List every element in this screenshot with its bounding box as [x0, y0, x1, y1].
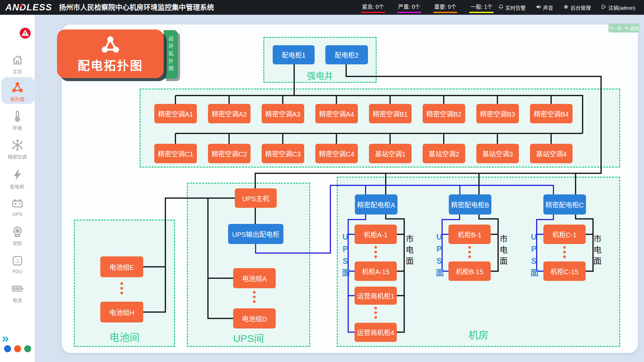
sidebar-item-topology[interactable]: 拓扑图: [0, 81, 35, 102]
sidebar-item-environment[interactable]: 环境: [0, 110, 35, 131]
camera-icon: [11, 225, 24, 238]
node-pdc-a[interactable]: 精密配电柜A: [355, 194, 397, 215]
header-button-admin[interactable]: 后台管理: [563, 4, 591, 11]
node-ac-b1[interactable]: 精密空调B1: [369, 104, 412, 123]
sidebar-item-label: PDU: [0, 269, 35, 274]
sidebar-item-label: UPS: [0, 212, 35, 217]
reply-icon: [624, 25, 630, 31]
node-pdc-b[interactable]: 精密配电柜B: [449, 194, 491, 215]
alarm-summary: 紧急: 0个严重: 0个重要: 0个一般: 1个: [361, 0, 493, 15]
node-ac-c2[interactable]: 精密空调C2: [208, 144, 251, 163]
sidebar-item-battery[interactable]: 电池: [0, 282, 35, 303]
logout-icon: [601, 4, 606, 11]
diagram-title: 配电拓扑图: [77, 56, 143, 73]
status-dot-2: [24, 345, 31, 352]
alarm-count-important: 重要: 0个: [433, 2, 458, 13]
sidebar: » 主页拓扑图环境精密空调配电柜UPS安防PDU电池: [0, 15, 35, 362]
collapse-chevron-icon[interactable]: »: [2, 333, 9, 345]
sidebar-item-label: 主页: [0, 68, 35, 75]
status-dot-1: [14, 345, 21, 352]
node-battery-d[interactable]: 电池组D: [233, 308, 276, 328]
sidebar-item-label: 电池: [0, 297, 35, 303]
corner-toolbar: 返回: [608, 23, 639, 33]
header-button-logout[interactable]: 注销(admin): [601, 4, 635, 11]
node-rack-a-1[interactable]: 机柜A-1: [355, 225, 397, 244]
alert-badge-icon: [19, 27, 32, 40]
node-ac-a1[interactable]: 精密空调A1: [154, 104, 197, 123]
back-label: 返回: [630, 25, 639, 31]
topology-icon: [100, 35, 121, 55]
node-pd-cabinet-1[interactable]: 配电柜1: [273, 45, 315, 64]
lightning-icon: [11, 169, 24, 181]
node-ac-b2[interactable]: 精密空调B2: [423, 104, 465, 123]
node-op-rack-4[interactable]: 运营商机柜4: [355, 323, 397, 342]
node-ac-c3[interactable]: 精密空调C3: [262, 144, 304, 163]
app-logo: ANDLESS: [5, 0, 52, 15]
node-ups-host[interactable]: UPS主机: [235, 188, 277, 208]
gears-icon[interactable]: [609, 25, 614, 31]
node-base-ac-3[interactable]: 基站空调3: [476, 144, 519, 163]
node-rack-b-15[interactable]: 机柜B-15: [448, 261, 491, 281]
battery-icon: [11, 282, 24, 295]
speaker-icon: [536, 4, 541, 11]
back-button[interactable]: 返回: [624, 25, 639, 31]
node-ac-c1[interactable]: 精密空调C1: [154, 144, 197, 163]
node-rack-c-15[interactable]: 机柜C-15: [543, 261, 586, 281]
node-ac-a4[interactable]: 精密空调A4: [315, 104, 358, 123]
node-battery-e[interactable]: 电池组E: [100, 256, 143, 277]
sidebar-item-pdu[interactable]: PDU: [0, 254, 35, 274]
node-ac-a3[interactable]: 精密空调A3: [262, 104, 304, 123]
sidebar-item-ups[interactable]: UPS: [0, 197, 35, 217]
tab-env-topology-label: 动环拓扑图: [167, 36, 174, 73]
bell-icon: [498, 4, 504, 11]
node-op-rack-1[interactable]: 运营商机柜1: [355, 287, 397, 305]
alarm-count-severe: 严重: 0个: [397, 2, 421, 13]
snowflake-icon: [11, 139, 24, 152]
topology-icon: [11, 81, 24, 94]
node-pd-cabinet-2[interactable]: 配电柜2: [325, 45, 368, 64]
alarm-count-general: 一般: 1个: [469, 2, 493, 13]
node-rack-b-1[interactable]: 机柜B-1: [448, 225, 491, 244]
alarm-count-urgent: 紧急: 0个: [361, 2, 385, 13]
node-rack-c-1[interactable]: 机柜C-1: [543, 225, 586, 244]
sidebar-item-security[interactable]: 安防: [0, 225, 35, 246]
home-icon: [11, 54, 24, 66]
socket-icon: [11, 254, 24, 267]
logo-accent-icon: [19, 3, 23, 7]
sidebar-item-precision-ac[interactable]: 精密空调: [0, 139, 35, 160]
node-pdc-c[interactable]: 精密配电柜C: [543, 194, 586, 215]
ups-icon: [11, 197, 24, 210]
sidebar-item-label: 精密空调: [0, 153, 35, 160]
node-base-ac-4[interactable]: 基站空调4: [530, 144, 573, 163]
status-dots: [4, 345, 31, 352]
node-ups-output[interactable]: UPS输出配电柜: [228, 224, 283, 244]
header-button-realtime-alarm[interactable]: 实时告警: [498, 4, 526, 11]
node-battery-a[interactable]: 电池组A: [233, 268, 276, 288]
screen: 强电井电池间UPS间机房 配电柜1配电柜2精密空调A1精密空调A2精密空调A3精…: [0, 0, 644, 362]
home-icon[interactable]: [616, 25, 622, 31]
sidebar-item-label: 拓扑图: [0, 96, 35, 102]
node-base-ac-1[interactable]: 基站空调1: [369, 144, 412, 163]
app-logo-text: ANDLESS: [5, 2, 52, 12]
sidebar-item-label: 环境: [0, 124, 35, 131]
header-actions: 实时告警声音后台管理注销(admin): [498, 0, 635, 15]
diagram-title-badge[interactable]: 配电拓扑图: [57, 29, 164, 78]
node-rack-a-15[interactable]: 机柜A-15: [355, 261, 397, 281]
gear-icon: [563, 4, 569, 11]
sidebar-item-home[interactable]: 主页: [0, 54, 35, 75]
sidebar-item-label: 配电柜: [0, 183, 35, 190]
app-title: 扬州市人民检察院中心机房环境监控集中管理系统: [59, 0, 214, 15]
node-ac-c4[interactable]: 精密空调C4: [315, 144, 358, 163]
status-dot-0: [4, 345, 11, 352]
top-header: ANDLESS 扬州市人民检察院中心机房环境监控集中管理系统 紧急: 0个严重:…: [0, 0, 644, 15]
node-ac-a2[interactable]: 精密空调A2: [208, 104, 251, 123]
sidebar-item-label: 安防: [0, 240, 35, 246]
thermometer-icon: [11, 110, 24, 123]
header-button-sound[interactable]: 声音: [536, 4, 553, 11]
node-ac-b3[interactable]: 精密空调B3: [476, 104, 519, 123]
node-ac-b4[interactable]: 精密空调B4: [530, 104, 573, 123]
tab-env-topology[interactable]: 动环拓扑图: [164, 30, 178, 79]
node-battery-h[interactable]: 电池组H: [100, 302, 143, 322]
sidebar-item-power-cabinet[interactable]: 配电柜: [0, 169, 35, 190]
node-base-ac-2[interactable]: 基站空调2: [423, 144, 465, 163]
